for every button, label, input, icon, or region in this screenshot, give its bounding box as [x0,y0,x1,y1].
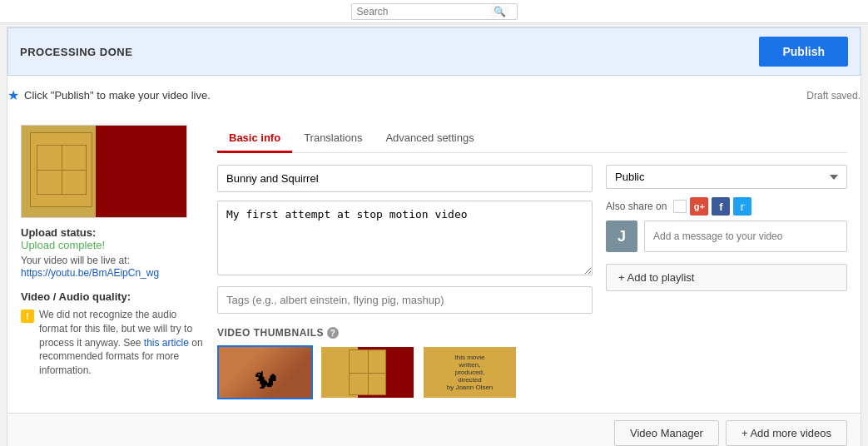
video-url-link[interactable]: https://youtu.be/BmAEipCn_wg [21,267,159,279]
upload-complete-text: Upload complete! [21,239,204,251]
warning-link[interactable]: this article [144,337,189,349]
right-panel: Basic info Translations Advanced setting… [217,125,847,399]
help-icon[interactable]: ? [327,327,339,339]
form-left: My first attempt at stop motion video VI… [217,165,593,399]
title-input[interactable] [217,165,593,192]
upload-status-section: Upload status: Upload complete! Your vid… [21,226,204,279]
message-row: J [606,221,847,252]
info-bar: ★ Click "Publish" to make your video liv… [7,82,861,112]
add-playlist-button[interactable]: + Add to playlist [606,264,847,291]
also-share-label: Also share on [606,201,667,212]
book-lines [37,145,87,195]
message-input[interactable] [644,221,847,252]
thumbnail-item-2[interactable] [320,345,415,399]
thumb2-image [321,347,414,398]
form-area: My first attempt at stop motion video VI… [217,165,847,399]
share-icons: g+ f 𝕣 [673,197,751,216]
search-input[interactable] [357,6,490,17]
tabs: Basic info Translations Advanced setting… [217,125,847,153]
publish-button[interactable]: Publish [759,37,848,67]
description-textarea[interactable]: My first attempt at stop motion video [217,201,593,275]
quality-section: Video / Audio quality: ! We did not reco… [21,290,204,378]
video-preview [21,125,187,218]
thumbnails-row: this moviewritten,produced,directedby Jo… [217,345,593,399]
thumb3-image: this moviewritten,produced,directedby Jo… [424,347,516,398]
quality-label: Video / Audio quality: [21,290,131,303]
warning-text: We did not recognize the audio format fo… [39,308,204,378]
book-preview [30,132,92,207]
also-share-row: Also share on g+ f 𝕣 [606,197,847,216]
thumbnails-section: VIDEO THUMBNAILS ? [217,327,593,399]
left-panel: Upload status: Upload complete! Your vid… [21,125,204,399]
thumb2-book [349,349,386,395]
video-manager-button[interactable]: Video Manager [614,420,719,446]
google-plus-icon[interactable]: g+ [690,197,708,216]
add-more-videos-button[interactable]: + Add more videos [726,420,847,446]
search-button[interactable]: 🔍 [490,6,509,17]
thumbnail-item-3[interactable]: this moviewritten,produced,directedby Jo… [422,345,518,399]
processing-text: PROCESSING DONE [20,46,132,58]
visibility-select[interactable]: Public Unlisted Private [606,165,847,189]
click-publish-text: Click "Publish" to make your video live. [24,89,211,102]
tab-translations[interactable]: Translations [292,125,374,153]
upload-status-label: Upload status: [21,226,96,239]
processing-banner: PROCESSING DONE Publish [7,27,861,76]
tags-input[interactable] [217,286,593,314]
draft-saved-text: Draft saved. [806,90,861,102]
thumb1-image [219,347,311,398]
facebook-icon[interactable]: f [712,197,730,216]
tab-advanced-settings[interactable]: Advanced settings [374,125,485,153]
bottom-bar: Video Manager + Add more videos [7,413,861,446]
twitter-icon[interactable]: 𝕣 [733,197,751,216]
warning-icon: ! [21,310,34,323]
live-text: Your video will be live at: [21,255,204,266]
form-right: Public Unlisted Private Also share on g+… [606,165,847,399]
search-bar[interactable]: 🔍 [351,3,518,20]
star-icon: ★ [7,87,19,103]
tab-basic-info[interactable]: Basic info [217,125,292,153]
user-avatar: J [606,221,637,252]
thumbnails-label: VIDEO THUMBNAILS ? [217,327,593,339]
thumbnail-item-1[interactable] [217,345,313,399]
share-checkbox[interactable] [673,200,687,213]
